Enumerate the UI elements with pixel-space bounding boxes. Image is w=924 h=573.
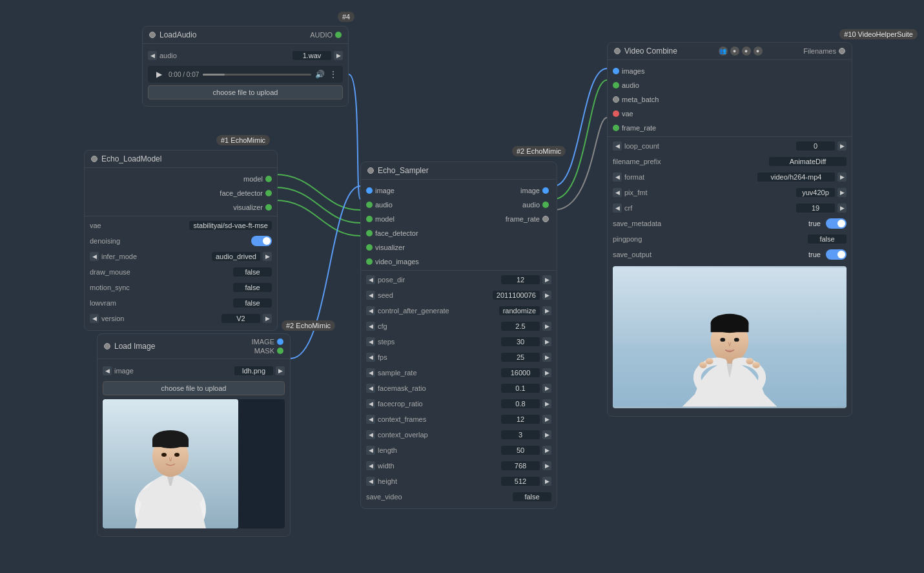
audio-player: ▶ 0:00 / 0:07 🔊 ⋮ — [148, 66, 343, 83]
crf-next[interactable]: ▶ — [837, 203, 847, 213]
sampler-audio-in-port[interactable] — [366, 202, 373, 208]
motion-sync-label: motion_sync — [90, 284, 231, 291]
loop-prev[interactable]: ◀ — [613, 141, 622, 151]
seed-prev[interactable]: ◀ — [366, 291, 375, 300]
svg-point-14 — [720, 338, 725, 342]
loop-next[interactable]: ▶ — [837, 141, 847, 151]
steps-prev[interactable]: ◀ — [366, 337, 375, 346]
save-output-toggle[interactable] — [826, 249, 847, 260]
length-next[interactable]: ▶ — [542, 446, 551, 455]
more-button[interactable]: ⋮ — [329, 69, 338, 79]
sampler-image-out-port[interactable] — [542, 187, 549, 194]
mask-output-port[interactable] — [277, 348, 283, 354]
ctx-overlap-next[interactable]: ▶ — [542, 430, 551, 439]
save-metadata-row: save_metadata true — [608, 216, 852, 231]
fps-next[interactable]: ▶ — [542, 353, 551, 362]
audio-output-label: AUDIO — [310, 31, 333, 39]
node-status-dot — [614, 48, 621, 54]
audio-progress-bar[interactable] — [203, 74, 311, 76]
vc-meta-port[interactable] — [613, 96, 619, 103]
echo-sampler-node: Echo_Sampler image audio model — [360, 161, 557, 509]
facemask-prev[interactable]: ◀ — [366, 384, 375, 393]
control-label: control_after_generate — [378, 307, 497, 315]
pose-dir-prev[interactable]: ◀ — [366, 275, 375, 284]
vc-vae-port[interactable] — [613, 110, 619, 117]
facemask-label: facemask_ratio — [378, 384, 498, 392]
sample-rate-next[interactable]: ▶ — [542, 368, 551, 377]
audio-filename: 1.wav — [293, 51, 331, 60]
ctx-frames-prev[interactable]: ◀ — [366, 415, 375, 424]
video-combine-node: Video Combine 👥 ● ● ● Filenames images a… — [607, 42, 852, 417]
sampler-model-in-port[interactable] — [366, 216, 373, 222]
pix-fmt-next[interactable]: ▶ — [837, 188, 847, 197]
image-output-port[interactable] — [277, 339, 283, 345]
play-button[interactable]: ▶ — [153, 68, 165, 80]
mute-button[interactable]: 🔊 — [315, 70, 325, 79]
vc-images-in: images — [608, 64, 852, 78]
control-next[interactable]: ▶ — [542, 306, 551, 315]
sampler-audio-in: audio — [361, 198, 498, 212]
width-prev[interactable]: ◀ — [366, 461, 375, 470]
denoising-toggle[interactable] — [251, 236, 272, 246]
length-prev[interactable]: ◀ — [366, 446, 375, 455]
facecrop-prev[interactable]: ◀ — [366, 399, 375, 408]
sampler-audio-out-port[interactable] — [542, 202, 549, 208]
infer-mode-prev[interactable]: ◀ — [90, 252, 99, 261]
load-image-upload-btn[interactable]: choose file to upload — [103, 381, 285, 395]
filenames-port[interactable] — [839, 48, 845, 54]
svg-point-19 — [746, 358, 754, 364]
vc-framerate-port[interactable] — [613, 125, 619, 131]
seed-next[interactable]: ▶ — [542, 291, 551, 300]
cfg-row: ◀ cfg 2.5 ▶ — [361, 318, 557, 334]
facemask-next[interactable]: ▶ — [542, 384, 551, 393]
sampler-face-in-port[interactable] — [366, 230, 373, 236]
control-value: randomize — [499, 306, 540, 315]
facecrop-row: ◀ facecrop_ratio 0.8 ▶ — [361, 396, 557, 412]
node-status-dot — [91, 156, 98, 162]
audio-output-port[interactable] — [335, 32, 342, 38]
image-next-btn[interactable]: ▶ — [276, 366, 285, 375]
pix-fmt-row: ◀ pix_fmt yuv420p ▶ — [608, 185, 852, 200]
sample-rate-prev[interactable]: ◀ — [366, 368, 375, 377]
pix-fmt-prev[interactable]: ◀ — [613, 188, 622, 197]
format-next[interactable]: ▶ — [837, 172, 847, 182]
format-prev[interactable]: ◀ — [613, 172, 622, 182]
load-audio-upload-btn[interactable]: choose file to upload — [148, 85, 343, 99]
pose-dir-next[interactable]: ▶ — [542, 275, 551, 284]
sampler-visualizer-in-port[interactable] — [366, 244, 373, 251]
height-next[interactable]: ▶ — [542, 477, 551, 486]
audio-next-btn[interactable]: ▶ — [334, 51, 343, 60]
sampler-video-in-port[interactable] — [366, 258, 373, 265]
save-metadata-toggle[interactable] — [826, 218, 847, 229]
infer-mode-next[interactable]: ▶ — [263, 252, 272, 261]
pingpong-value: false — [808, 234, 847, 244]
ctx-frames-next[interactable]: ▶ — [542, 415, 551, 424]
visualizer-output-port[interactable] — [265, 204, 272, 211]
sampler-image-in-port[interactable] — [366, 187, 373, 194]
pix-fmt-label: pix_fmt — [624, 189, 794, 196]
mask-output-label: MASK — [254, 347, 274, 355]
facecrop-next[interactable]: ▶ — [542, 399, 551, 408]
ctx-overlap-prev[interactable]: ◀ — [366, 430, 375, 439]
control-prev[interactable]: ◀ — [366, 306, 375, 315]
audio-prev-btn[interactable]: ◀ — [148, 51, 157, 60]
loop-label: loop_count — [624, 142, 794, 150]
width-next[interactable]: ▶ — [542, 461, 551, 470]
face-detector-output-port[interactable] — [265, 190, 272, 196]
cfg-prev[interactable]: ◀ — [366, 322, 375, 331]
sampler-framerate-out-port[interactable] — [542, 216, 549, 222]
vc-audio-port[interactable] — [613, 82, 619, 89]
crf-prev[interactable]: ◀ — [613, 203, 622, 213]
image-prev-btn[interactable]: ◀ — [103, 366, 112, 375]
steps-next[interactable]: ▶ — [542, 337, 551, 346]
vae-row: vae stabilityai/sd-vae-ft-mse — [85, 218, 277, 233]
version-prev[interactable]: ◀ — [90, 314, 99, 323]
fps-prev[interactable]: ◀ — [366, 353, 375, 362]
motion-sync-value: false — [233, 283, 272, 292]
height-prev[interactable]: ◀ — [366, 477, 375, 486]
model-output-port[interactable] — [265, 176, 272, 182]
ctx-overlap-value: 3 — [501, 430, 540, 439]
vc-images-port[interactable] — [613, 68, 619, 74]
version-next[interactable]: ▶ — [263, 314, 272, 323]
cfg-next[interactable]: ▶ — [542, 322, 551, 331]
